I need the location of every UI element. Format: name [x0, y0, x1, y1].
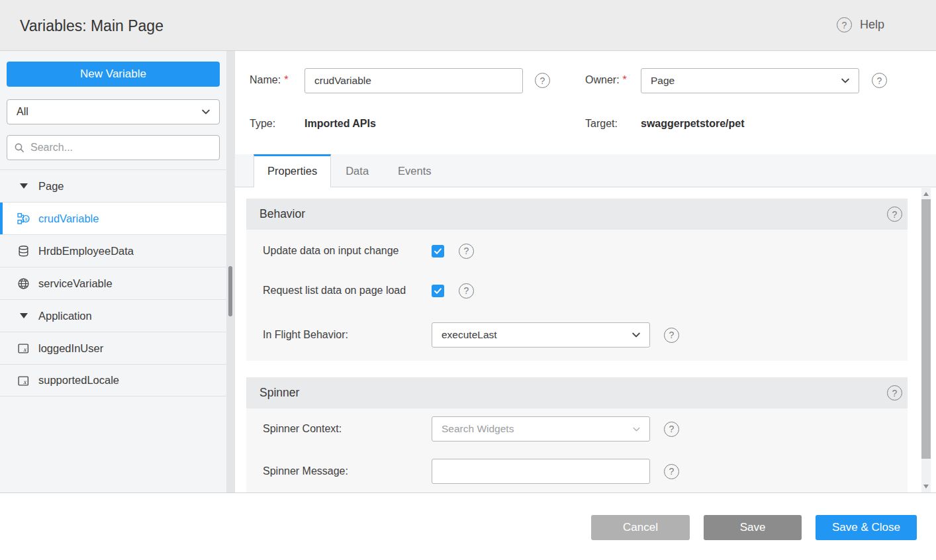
dialog-footer: Cancel Save Save & Close [0, 492, 936, 560]
collapse-triangle-icon [20, 313, 28, 318]
owner-help-icon[interactable] [872, 73, 887, 88]
spinner-section-body: Spinner Context: Search Widgets Spinner … [246, 408, 908, 492]
variables-sidebar: New Variable All Page x crudVariable [0, 51, 226, 492]
variable-item-crudvariable[interactable]: x crudVariable [0, 202, 226, 234]
variable-search[interactable] [7, 135, 220, 160]
group-label: Page [38, 180, 64, 193]
tab-data[interactable]: Data [331, 154, 383, 187]
scroll-up-arrow-icon[interactable] [923, 192, 929, 196]
spinner-context-label: Spinner Context: [263, 423, 432, 435]
update-data-help-icon[interactable] [459, 244, 474, 259]
request-list-checkbox[interactable] [432, 285, 444, 297]
database-icon [17, 245, 30, 257]
scroll-down-arrow-icon[interactable] [923, 485, 929, 489]
tab-events[interactable]: Events [383, 154, 445, 187]
properties-tab-content: Behavior Update data on input change Req… [235, 187, 936, 492]
editor-tabs: Properties Data Events [235, 154, 936, 187]
owner-label: Owner:* [585, 74, 627, 86]
update-data-row: Update data on input change [263, 243, 892, 259]
page-title: Variables: Main Page [20, 17, 164, 35]
in-flight-select[interactable]: executeLast [432, 322, 650, 348]
owner-select[interactable]: Page [641, 68, 859, 93]
in-flight-label: In Flight Behavior: [263, 329, 432, 341]
spinner-context-select[interactable]: Search Widgets [432, 416, 650, 442]
variable-label: serviceVariable [38, 277, 113, 290]
owner-select-value: Page [651, 75, 675, 87]
sidebar-scrollbar-thumb[interactable] [228, 266, 232, 316]
spinner-section: Spinner Spinner Context: Search Widgets [246, 377, 908, 492]
section-title: Behavior [259, 207, 305, 221]
variable-label: HrdbEmployeeData [38, 245, 134, 257]
target-value: swaggerpetstore/pet [641, 118, 744, 130]
variable-editor-panel: Name:* Owner:* Page Type: Imported APIs … [235, 51, 936, 492]
globe-icon [17, 277, 30, 290]
content-scrollbar-thumb[interactable] [921, 199, 931, 459]
update-data-checkbox[interactable] [432, 245, 444, 257]
type-value: Imported APIs [304, 118, 376, 130]
in-flight-row: In Flight Behavior: executeLast [263, 322, 892, 348]
variable-list: Page x crudVariable HrdbEmployeeData ser… [0, 169, 226, 397]
type-label: Type: [250, 118, 275, 130]
group-label: Application [38, 310, 92, 322]
spinner-message-row: Spinner Message: [263, 459, 892, 484]
tab-properties[interactable]: Properties [254, 154, 331, 188]
chevron-down-icon [632, 424, 641, 434]
variable-label: supportedLocale [38, 374, 119, 387]
behavior-section: Behavior Update data on input change Req… [246, 199, 908, 361]
request-list-row: Request list data on page load [263, 283, 892, 299]
variable-group-page[interactable]: Page [0, 169, 226, 202]
variable-label: crudVariable [38, 212, 99, 225]
spinner-help-icon[interactable] [887, 385, 902, 400]
save-and-close-button[interactable]: Save & Close [816, 515, 917, 540]
variable-label: loggedInUser [38, 342, 103, 355]
name-help-icon[interactable] [535, 73, 550, 88]
spinner-context-help-icon[interactable] [664, 422, 679, 437]
variable-icon: x [17, 375, 30, 387]
spinner-context-row: Spinner Context: Search Widgets [263, 416, 892, 442]
chevron-down-icon [201, 107, 211, 117]
required-marker: * [623, 74, 627, 85]
variable-item-loggedinuser[interactable]: x loggedInUser [0, 332, 226, 364]
help-button[interactable]: Help [837, 17, 884, 32]
help-icon [837, 17, 852, 32]
behavior-section-body: Update data on input change Request list… [246, 230, 908, 361]
name-input[interactable] [304, 68, 523, 93]
target-label: Target: [585, 118, 618, 130]
save-button[interactable]: Save [704, 515, 802, 540]
new-variable-button[interactable]: New Variable [7, 62, 220, 87]
required-marker: * [284, 74, 288, 85]
update-data-label: Update data on input change [263, 245, 432, 257]
content-scrollbar[interactable] [921, 188, 931, 492]
help-label: Help [860, 18, 884, 32]
variable-summary-form: Name:* Owner:* Page Type: Imported APIs … [235, 51, 936, 154]
svg-text:x: x [23, 379, 27, 385]
variable-icon: x [17, 342, 30, 355]
cancel-button[interactable]: Cancel [591, 515, 690, 540]
variable-filter-select[interactable]: All [7, 99, 220, 124]
in-flight-help-icon[interactable] [664, 328, 679, 343]
chevron-down-icon [840, 75, 851, 86]
variable-item-hrdbemployeedata[interactable]: HrdbEmployeeData [0, 234, 226, 267]
variable-item-servicevariable[interactable]: serviceVariable [0, 267, 226, 299]
variable-item-supportedlocale[interactable]: x supportedLocale [0, 364, 226, 397]
chevron-down-icon [631, 330, 641, 340]
spinner-message-input[interactable] [432, 459, 650, 484]
behavior-section-header: Behavior [246, 199, 908, 230]
search-icon [14, 142, 25, 154]
spinner-context-placeholder: Search Widgets [442, 423, 514, 435]
spinner-message-label: Spinner Message: [263, 465, 432, 477]
behavior-help-icon[interactable] [887, 207, 902, 222]
search-input[interactable] [30, 142, 212, 154]
request-list-help-icon[interactable] [459, 283, 474, 299]
name-label: Name:* [250, 74, 288, 86]
variable-filter-value: All [17, 106, 28, 118]
section-title: Spinner [259, 386, 299, 400]
spinner-message-help-icon[interactable] [664, 464, 679, 479]
dialog-header: Variables: Main Page Help [0, 0, 936, 51]
crud-variable-icon: x [17, 212, 30, 225]
spinner-section-header: Spinner [246, 377, 908, 408]
variable-group-application[interactable]: Application [0, 299, 226, 332]
sidebar-scrollbar[interactable] [226, 51, 235, 492]
request-list-label: Request list data on page load [263, 285, 432, 297]
variables-dialog: Variables: Main Page Help New Variable A… [0, 0, 936, 560]
